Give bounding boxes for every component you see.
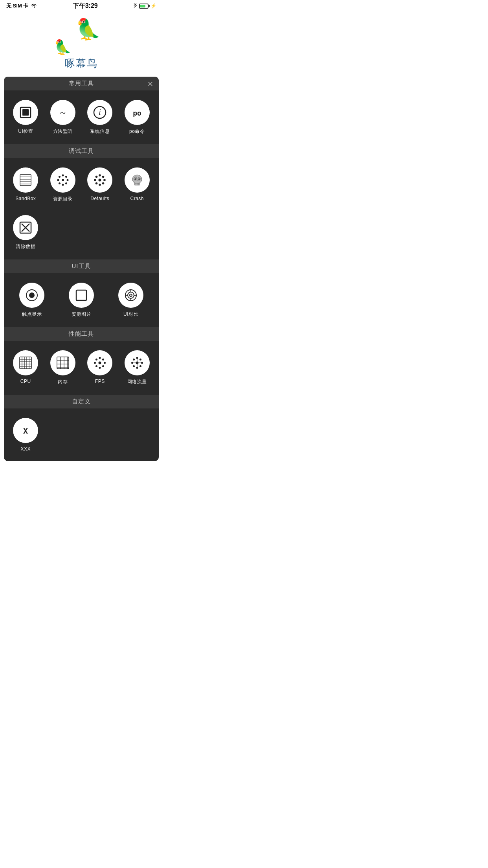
touch-show-icon: [19, 283, 44, 308]
method-listen-label: 方法监听: [53, 128, 73, 135]
svg-point-22: [99, 184, 101, 186]
svg-rect-61: [57, 357, 69, 369]
ui-check-label: UI检查: [18, 128, 33, 135]
app-title: 啄幕鸟: [65, 57, 98, 70]
svg-point-82: [133, 359, 135, 360]
tool-fps[interactable]: FPS: [81, 347, 119, 388]
po-cmd-label: po命令: [129, 128, 145, 135]
svg-point-74: [102, 359, 104, 360]
bird-main-icon: 🦜: [75, 19, 101, 39]
cpu-label: CPU: [20, 379, 31, 384]
tool-clear-data[interactable]: 清除数据: [7, 212, 44, 253]
res-dir-icon: [50, 167, 75, 193]
ui-compare-icon: [118, 283, 143, 308]
xxx-icon: X: [13, 418, 38, 443]
svg-point-17: [65, 176, 67, 178]
svg-point-34: [136, 180, 138, 181]
battery-icon: [139, 4, 149, 9]
svg-point-13: [62, 184, 64, 186]
tool-defaults[interactable]: Defaults: [81, 164, 119, 206]
svg-point-71: [94, 362, 96, 364]
common-tools-grid: UI检查 ~ 方法监听 i 系统信息 po: [4, 90, 159, 144]
ui-compare-label: UI对比: [123, 311, 138, 318]
tool-crash[interactable]: Crash: [119, 164, 156, 206]
debug-tools-grid-row1: SandBox 资源目录: [4, 158, 159, 212]
svg-rect-44: [76, 290, 86, 300]
tool-ui-compare[interactable]: UI对比: [106, 280, 156, 321]
svg-point-12: [62, 175, 64, 177]
tool-res-img[interactable]: 资源图片: [57, 280, 106, 321]
svg-point-16: [59, 176, 61, 178]
tool-ui-check[interactable]: UI检查: [7, 97, 44, 138]
touch-show-label: 触点显示: [22, 311, 42, 318]
svg-point-33: [138, 178, 140, 180]
crash-icon: [125, 167, 150, 193]
res-img-label: 资源图片: [72, 311, 91, 318]
fps-icon: [87, 350, 112, 375]
svg-point-43: [29, 292, 35, 298]
svg-point-21: [99, 174, 101, 177]
bird-small-icon: 🦜: [54, 40, 72, 54]
svg-point-20: [99, 179, 101, 182]
svg-text:po: po: [133, 109, 141, 117]
svg-point-75: [95, 365, 97, 367]
po-cmd-icon: po: [125, 100, 150, 125]
section-perf-header: 性能工具: [4, 327, 159, 341]
svg-point-23: [94, 179, 96, 181]
xxx-label: XXX: [20, 446, 31, 452]
svg-point-46: [128, 292, 134, 298]
status-left: 无 SIM 卡: [6, 2, 37, 9]
svg-point-28: [102, 182, 105, 185]
network-label: 网络流量: [127, 379, 147, 385]
svg-point-19: [65, 182, 67, 184]
svg-point-47: [130, 294, 132, 296]
svg-point-27: [95, 182, 98, 185]
tool-method-listen[interactable]: ~ 方法监听: [44, 97, 82, 138]
svg-point-76: [102, 365, 104, 367]
tool-xxx[interactable]: X XXX: [7, 415, 44, 455]
memory-label: 内存: [58, 379, 68, 385]
charging-icon: ⚡: [150, 3, 156, 9]
tool-sys-info[interactable]: i 系统信息: [81, 97, 119, 138]
tool-memory[interactable]: 内存: [44, 347, 82, 388]
svg-point-70: [99, 367, 101, 369]
sandbox-icon: [13, 167, 38, 193]
svg-text:~: ~: [60, 107, 66, 118]
res-img-icon: [69, 283, 94, 308]
tool-cpu[interactable]: CPU: [7, 347, 44, 388]
ui-check-icon: [13, 100, 38, 125]
defaults-icon: [87, 167, 112, 193]
tool-sandbox[interactable]: SandBox: [7, 164, 44, 206]
tool-res-dir[interactable]: 资源目录: [44, 164, 82, 206]
debug-tools-grid-row2: 清除数据: [4, 212, 159, 259]
main-panel: ✕ 常用工具 UI检查 ~ 方法监听: [4, 77, 159, 461]
svg-point-83: [139, 359, 141, 360]
section-ui-tools-header: UI工具: [4, 259, 159, 273]
tool-po-cmd[interactable]: po po命令: [119, 97, 156, 138]
svg-rect-1: [22, 109, 29, 116]
svg-point-18: [59, 182, 61, 184]
defaults-label: Defaults: [90, 196, 109, 201]
svg-text:X: X: [23, 426, 28, 436]
status-time: 下午3:29: [73, 2, 98, 10]
svg-point-68: [99, 362, 101, 364]
svg-point-32: [134, 178, 136, 180]
memory-icon: [50, 350, 75, 375]
status-right: ⚡: [133, 2, 156, 10]
tool-network[interactable]: 网络流量: [119, 347, 156, 388]
svg-text:i: i: [99, 108, 101, 116]
status-bar: 无 SIM 卡 下午3:29 ⚡: [0, 0, 163, 11]
wifi-icon: [31, 3, 37, 9]
crash-label: Crash: [130, 196, 144, 201]
section-debug-header: 调试工具: [4, 144, 159, 158]
app-header: 🦜 🦜 啄幕鸟: [0, 11, 163, 77]
svg-point-25: [95, 176, 98, 178]
tool-touch-show[interactable]: 触点显示: [7, 280, 57, 321]
sys-info-label: 系统信息: [90, 128, 110, 135]
panel-close-button[interactable]: ✕: [147, 81, 153, 88]
svg-point-15: [66, 179, 68, 181]
method-listen-icon: ~: [50, 100, 75, 125]
svg-point-73: [95, 359, 97, 360]
svg-point-85: [139, 365, 141, 367]
ui-tools-grid: 触点显示 资源图片: [4, 273, 159, 327]
